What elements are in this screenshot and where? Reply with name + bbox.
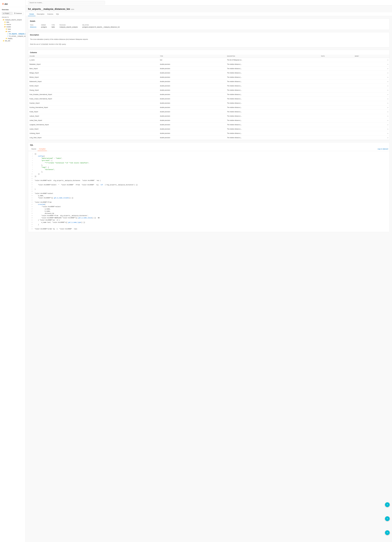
line-number: 25	[30, 206, 33, 208]
col-more-chevron[interactable]	[353, 118, 390, 123]
col-more-chevron[interactable]	[353, 71, 390, 75]
col-tests	[320, 79, 353, 84]
col-more-chevron[interactable]	[353, 62, 390, 66]
table-row: Kuantan_Airport double precision The rel…	[28, 101, 390, 105]
sql-code-block: 1{{2 config({3 "materialized" : "table",…	[28, 151, 390, 232]
col-more-chevron[interactable]	[353, 97, 390, 101]
file-icon-fct-arrivals: 📄	[7, 35, 9, 37]
col-tests	[320, 71, 353, 75]
detail-relation: RELATION postgres.analysis.fct_airports_…	[82, 24, 120, 28]
line-number: 35	[30, 228, 33, 230]
line-number: 10	[30, 173, 33, 175]
tree-item-malaysia-airports[interactable]: 📂 malaysia_airports_analysis	[1, 19, 26, 21]
fab-top[interactable]: ≡	[385, 502, 390, 507]
line-number: 22	[30, 199, 33, 201]
sql-tabs-header: Source Compiled copy to clipboard	[28, 147, 390, 151]
col-desc: The relative distance (...	[226, 118, 320, 123]
line-number: 23	[30, 201, 33, 203]
col-more-chevron[interactable]	[353, 75, 390, 79]
col-name: Kerteh_Airport	[28, 84, 158, 88]
col-type: double precision	[158, 71, 226, 75]
line-number: 16	[30, 186, 33, 188]
col-more-chevron[interactable]	[353, 88, 390, 92]
col-name: Bakalalan_Airport	[28, 62, 158, 66]
fab-middle[interactable]: ≡	[385, 516, 390, 521]
tags-value[interactable]: distances	[30, 26, 36, 28]
sql-section: SQL Source Compiled copy to clipboard 1{…	[28, 142, 390, 232]
line-number: 33	[30, 224, 33, 226]
col-more-chevron[interactable]	[353, 105, 390, 109]
tree-item-models[interactable]: 📂 models	[1, 26, 26, 28]
search-input[interactable]	[28, 1, 105, 4]
tree-item-fct-airports[interactable]: 📄 fct_airports__malaysia_distances_km	[1, 33, 26, 35]
line-code: },	[35, 164, 43, 166]
folder-icon-staging: 📁	[5, 38, 7, 39]
tree-item-dbt-utils[interactable]: 📁 dbt_utils	[1, 40, 26, 42]
sql-line: 11}}	[30, 175, 388, 178]
col-more-chevron[interactable]	[353, 79, 390, 84]
col-header-description: DESCRIPTION	[226, 54, 320, 58]
detail-owner: OWNER postgres	[41, 24, 47, 28]
line-code: }}	[35, 175, 36, 178]
line-code: {{	[35, 153, 36, 155]
folder-icon-base: 📁	[5, 28, 7, 30]
relation-label: RELATION	[82, 24, 120, 26]
col-name: Bario_Airport	[28, 66, 158, 71]
tab-description[interactable]: Description	[35, 12, 46, 16]
tree-item-core[interactable]: 📂 core	[1, 30, 26, 33]
fab-bottom[interactable]: ≡	[385, 530, 390, 535]
tree-item-base[interactable]: 📁 base	[1, 28, 26, 30]
line-number: 27	[30, 210, 33, 212]
col-type: double precision	[158, 97, 226, 101]
tab-columns[interactable]: Columns	[46, 12, 54, 16]
sql-line: 31 ) "color:#cc6600">as ct (	[30, 219, 388, 221]
line-code: "distances",	[35, 168, 55, 171]
table-row: Kudat_Airport double precision The relat…	[28, 109, 390, 114]
tree-item-data[interactable]: 📁 data	[1, 21, 26, 23]
line-number: 24	[30, 203, 33, 206]
package-value: malaysia_airports_analysis	[60, 26, 78, 28]
col-more-chevron[interactable]	[353, 131, 390, 136]
database-button[interactable]: 🗄 Database	[13, 12, 24, 15]
col-more-chevron[interactable]	[353, 84, 390, 88]
col-more-chevron[interactable]	[353, 123, 390, 127]
col-name: a_name	[28, 58, 158, 62]
line-code: '"color:#cc6600">select	[35, 206, 61, 208]
tree-item-macros[interactable]: 📁 macros	[1, 23, 26, 26]
tree-item-fct-arrivals[interactable]: 📄 fct_arrivals__malaysia_summary	[1, 35, 26, 37]
sidebar-overview[interactable]: Overview	[0, 8, 26, 11]
col-desc: The relative distance (...	[226, 66, 320, 71]
sql-line: 32 a_name text, "color:#cc6600">{{ get_b…	[30, 222, 388, 224]
col-name: Kota_Kinabalu_International_Airport	[28, 92, 158, 97]
tab-details[interactable]: Details	[28, 12, 35, 16]
col-more-chevron[interactable]	[353, 66, 390, 71]
copy-to-clipboard-button[interactable]: copy to clipboard	[376, 147, 390, 151]
col-more-chevron[interactable]	[353, 92, 390, 97]
sql-tab-compiled[interactable]: Compiled	[38, 147, 47, 151]
tab-sql[interactable]: SQL	[54, 12, 60, 16]
col-header-type: TYPE	[158, 54, 226, 58]
sql-tab-source[interactable]: Source	[30, 147, 38, 151]
file-tree: 📂 malaysia_airports_analysis 📁 data 📁 ma…	[0, 19, 26, 42]
table-row: Langkawi_International_Airport double pr…	[28, 123, 390, 127]
col-tests	[320, 92, 353, 97]
col-tests	[320, 97, 353, 101]
columns-table: COLUMN TYPE DESCRIPTION TESTS MORE? a_na…	[28, 54, 390, 140]
line-number: 2	[30, 155, 33, 157]
col-more-chevron[interactable]	[353, 58, 390, 62]
col-more-chevron[interactable]	[353, 101, 390, 105]
col-tests	[320, 123, 353, 127]
sql-line: 1{{	[30, 153, 388, 155]
table-row: Kerteh_Airport double precision The rela…	[28, 84, 390, 88]
col-more-chevron[interactable]	[353, 109, 390, 114]
col-type: double precision	[158, 127, 226, 131]
project-button[interactable]: 🗂 Project	[2, 12, 13, 15]
col-more-chevron[interactable]	[353, 136, 390, 140]
line-number: 1	[30, 153, 33, 155]
table-row: Kuala_Lumpur_International_Airport doubl…	[28, 97, 390, 101]
col-more-chevron[interactable]	[353, 127, 390, 131]
col-more-chevron[interactable]	[353, 114, 390, 118]
tree-item-staging[interactable]: 📁 staging	[1, 37, 26, 40]
line-code: config({	[35, 155, 45, 157]
line-number: 17	[30, 188, 33, 190]
